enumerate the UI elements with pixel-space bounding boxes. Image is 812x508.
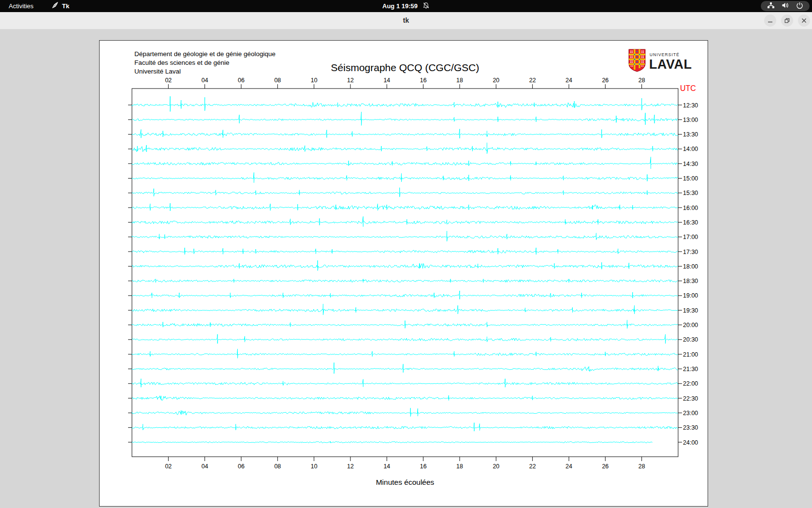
seismogram-trace (132, 363, 678, 374)
trace-time-label: 17:00 (683, 234, 698, 240)
x-tick-label-top: 06 (238, 77, 245, 84)
x-tick-label-bottom: 04 (202, 463, 208, 470)
focused-app-label: Tk (62, 2, 69, 10)
seismogram-trace (132, 349, 678, 358)
x-tick-label-top: 04 (202, 77, 208, 84)
x-tick-label-bottom: 08 (274, 463, 281, 470)
trace-time-label: 15:00 (683, 175, 698, 182)
trace-time-label: 19:00 (683, 292, 698, 299)
trace-time-label: 20:30 (683, 336, 698, 343)
seismogram-trace (132, 96, 678, 112)
seismogram-trace (132, 216, 678, 226)
trace-time-label: 16:30 (683, 219, 698, 226)
x-tick-label-top: 18 (456, 77, 463, 84)
window-titlebar[interactable]: tk (0, 12, 812, 30)
laval-shield-icon (629, 49, 645, 72)
seismogram-trace (132, 157, 678, 169)
trace-time-label: 13:30 (683, 131, 698, 138)
x-tick-label-top: 28 (638, 77, 645, 84)
seismogram-trace (132, 173, 678, 183)
utc-axis-title: UTC (680, 84, 696, 92)
seismogram-trace (132, 112, 678, 125)
power-icon (796, 2, 803, 11)
seismogram-trace (132, 129, 678, 138)
seismogram-trace (132, 408, 678, 417)
notifications-muted-icon (422, 2, 430, 11)
x-tick-label-top: 14 (383, 77, 390, 84)
clock-menu[interactable]: Aug 1 19:59 (0, 2, 812, 11)
trace-time-label: 17:30 (683, 249, 698, 255)
close-button[interactable] (798, 15, 810, 27)
seismogram-trace (132, 395, 678, 401)
trace-time-label: 21:30 (683, 366, 698, 373)
trace-time-label: 18:30 (683, 278, 698, 284)
system-tray[interactable] (761, 1, 810, 11)
seismogram-trace (132, 203, 678, 211)
seismogram-trace (132, 304, 678, 315)
universite-laval-logo: UNIVERSITÉ LAVAL (629, 49, 692, 72)
seismograph-canvas: Département de géologie et de génie géol… (99, 40, 708, 507)
x-tick-label-bottom: 02 (165, 463, 172, 470)
trace-time-label: 22:00 (683, 380, 698, 387)
x-tick-label-top: 16 (420, 77, 427, 84)
x-tick-label-bottom: 20 (493, 463, 499, 470)
x-axis-label: Minutes écoulées (376, 478, 435, 486)
logo-text-universite: UNIVERSITÉ (650, 52, 680, 57)
x-tick-label-top: 22 (529, 77, 536, 84)
minimize-button[interactable] (764, 15, 776, 27)
trace-time-label: 20:00 (683, 322, 698, 329)
x-tick-label-top: 20 (493, 77, 499, 84)
trace-time-label: 21:00 (683, 351, 698, 358)
trace-time-label: 15:30 (683, 190, 698, 196)
institution-line-3: Université Laval (134, 68, 181, 75)
trace-time-label: 19:30 (683, 307, 698, 314)
seismogram-trace (132, 320, 678, 329)
seismogram-trace (132, 379, 678, 388)
x-tick-label-top: 10 (311, 77, 318, 84)
clock-text: Aug 1 19:59 (382, 2, 418, 10)
x-tick-label-top: 02 (165, 77, 172, 84)
institution-line-1: Département de géologie et de génie géol… (134, 50, 276, 58)
seismogram-trace (132, 143, 678, 154)
trace-time-label: 12:30 (683, 102, 698, 109)
trace-time-label: 23:30 (683, 424, 698, 431)
trace-area: 0202040406060808101012121414161618182020… (128, 77, 698, 470)
x-tick-label-bottom: 24 (566, 463, 572, 470)
x-tick-label-bottom: 10 (311, 463, 318, 470)
plot-frame (132, 89, 678, 457)
trace-time-label: 22:30 (683, 395, 698, 402)
seismogram-trace (132, 188, 678, 197)
x-tick-label-top: 26 (602, 77, 609, 84)
x-tick-label-bottom: 22 (529, 463, 536, 470)
trace-time-label: 14:00 (683, 146, 698, 152)
x-tick-label-bottom: 18 (456, 463, 463, 470)
trace-time-label: 23:00 (683, 410, 698, 417)
seismogram-trace (132, 291, 678, 299)
focused-app-menu[interactable]: Tk (52, 2, 69, 10)
seismogram-trace (132, 279, 678, 283)
tk-icon (52, 2, 58, 10)
restore-button[interactable] (781, 15, 793, 27)
x-tick-label-top: 24 (566, 77, 572, 84)
seismogram-trace (132, 423, 678, 432)
chart-title: Séismographe QCQ (CGC/GSC) (331, 62, 479, 73)
trace-time-label: 24:00 (683, 439, 698, 446)
x-tick-label-bottom: 28 (638, 463, 645, 470)
trace-time-label: 14:30 (683, 161, 698, 167)
seismogram-trace (132, 248, 678, 254)
seismograph-plot: Département de géologie et de génie géol… (100, 41, 708, 506)
activities-button[interactable]: Activities (9, 2, 33, 10)
seismogram-trace (132, 441, 652, 443)
trace-time-label: 13:00 (683, 117, 698, 123)
trace-time-label: 16:00 (683, 205, 698, 211)
seismogram-trace (132, 260, 678, 270)
trace-time-label: 18:00 (683, 263, 698, 270)
x-tick-label-top: 08 (274, 77, 281, 84)
seismogram-trace (132, 231, 678, 241)
seismogram-trace (132, 334, 678, 344)
x-tick-label-top: 12 (347, 77, 354, 84)
window-title: tk (0, 12, 812, 29)
x-tick-label-bottom: 26 (602, 463, 609, 470)
logo-text-laval: LAVAL (649, 57, 692, 72)
x-tick-label-bottom: 16 (420, 463, 427, 470)
